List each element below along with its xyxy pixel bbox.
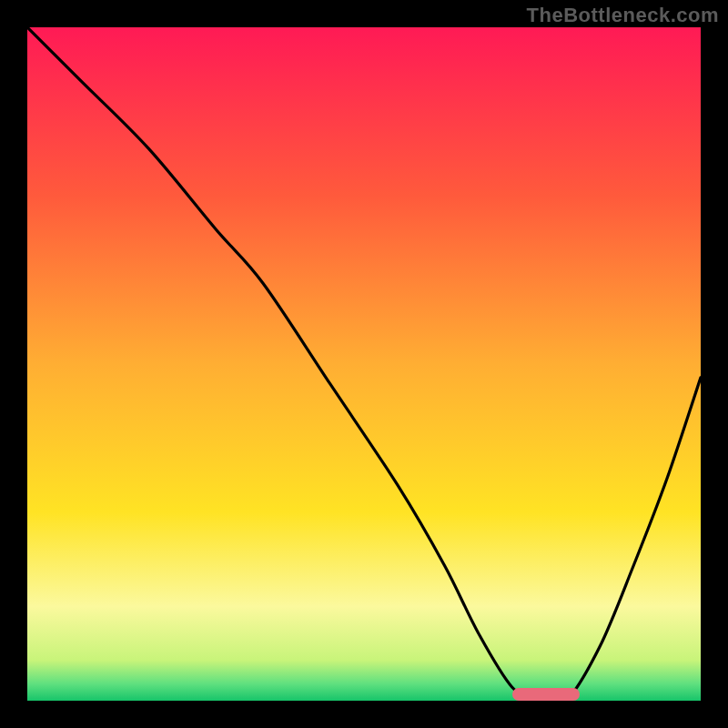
bottleneck-curve — [27, 27, 701, 701]
watermark-text: TheBottleneck.com — [527, 4, 719, 27]
optimal-range-marker — [512, 688, 580, 701]
chart-container: TheBottleneck.com — [0, 0, 728, 728]
plot-area — [27, 27, 701, 701]
